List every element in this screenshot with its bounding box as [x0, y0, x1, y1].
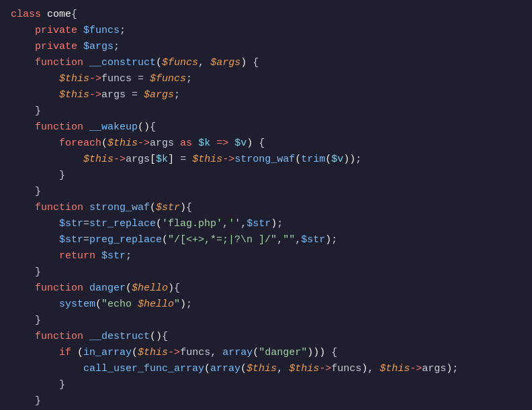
- line-8: function __wakeup(){: [11, 119, 521, 136]
- line-11: }: [11, 168, 521, 184]
- line-18: function danger($hello){: [11, 280, 521, 297]
- line-19: system("echo $hello");: [11, 297, 521, 313]
- line-1: class come{: [11, 7, 521, 23]
- line-15: $str=preg_replace("/[<+>,*=;|?\n ]/","",…: [11, 232, 521, 248]
- line-23: call_user_func_array(array($this, $this-…: [11, 361, 521, 377]
- line-14: $str=str_replace('flag.php','',$str);: [11, 216, 521, 232]
- line-25: }: [11, 393, 521, 409]
- line-16: return $str;: [11, 248, 521, 264]
- line-7: }: [11, 103, 521, 119]
- line-13: function strong_waf($str){: [11, 200, 521, 216]
- line-4: function __construct($funcs, $args) {: [11, 55, 521, 71]
- line-5: $this->funcs = $funcs;: [11, 71, 521, 87]
- line-10: $this->args[$k] = $this->strong_waf(trim…: [11, 152, 521, 168]
- line-21: function __destruct(){: [11, 329, 521, 345]
- line-22: if (in_array($this->funcs, array("danger…: [11, 345, 521, 361]
- line-3: private $args;: [11, 39, 521, 55]
- code-editor: class come{ private $funcs; private $arg…: [0, 0, 532, 410]
- line-24: }: [11, 377, 521, 393]
- line-9: foreach($this->args as $k => $v) {: [11, 136, 521, 152]
- line-2: private $funcs;: [11, 23, 521, 39]
- line-17: }: [11, 264, 521, 280]
- line-20: }: [11, 313, 521, 329]
- line-12: }: [11, 184, 521, 200]
- line-6: $this->args = $args;: [11, 87, 521, 103]
